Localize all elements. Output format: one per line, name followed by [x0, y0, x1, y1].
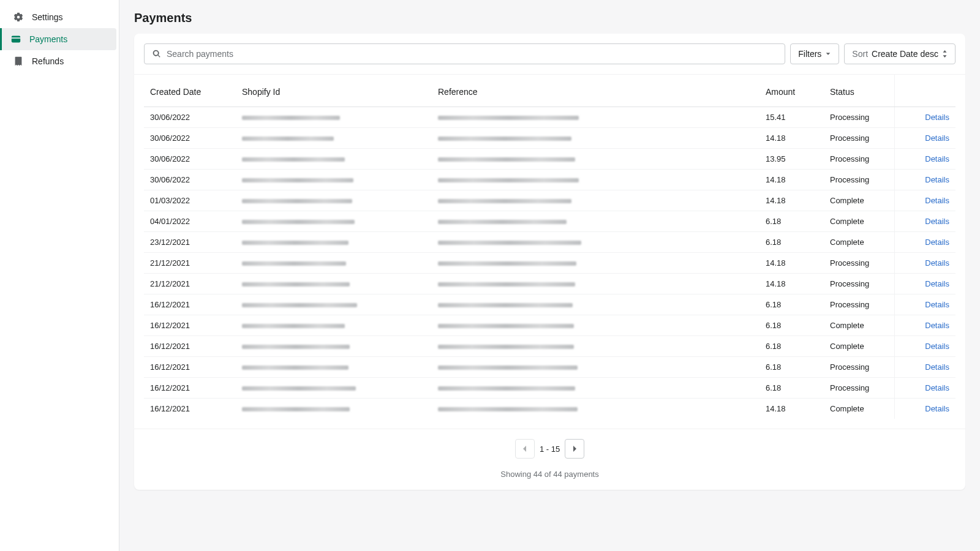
- table-row: 16/12/20216.18ProcessingDetails: [144, 294, 956, 315]
- details-link[interactable]: Details: [925, 133, 949, 143]
- cell-date: 30/06/2022: [144, 170, 236, 190]
- details-link[interactable]: Details: [925, 300, 949, 309]
- cell-amount: 14.18: [760, 128, 824, 149]
- details-link[interactable]: Details: [925, 342, 949, 351]
- cell-reference: [432, 274, 760, 294]
- cell-amount: 13.95: [760, 149, 824, 170]
- col-amount[interactable]: Amount: [760, 75, 824, 107]
- cell-shopify-id: [236, 399, 432, 419]
- sort-caret-icon: [942, 50, 948, 58]
- cell-shopify-id: [236, 336, 432, 357]
- cell-status: Processing: [824, 170, 894, 190]
- cell-shopify-id: [236, 274, 432, 294]
- col-created-date[interactable]: Created Date: [144, 75, 236, 107]
- table-row: 21/12/202114.18ProcessingDetails: [144, 274, 956, 294]
- col-reference[interactable]: Reference: [432, 75, 760, 107]
- cell-date: 30/06/2022: [144, 128, 236, 149]
- details-link[interactable]: Details: [925, 175, 949, 184]
- table-row: 16/12/20216.18CompleteDetails: [144, 315, 956, 336]
- cell-status: Complete: [824, 211, 894, 232]
- details-link[interactable]: Details: [925, 113, 949, 122]
- sort-value: Create Date desc: [872, 49, 938, 59]
- cell-reference: [432, 128, 760, 149]
- cell-shopify-id: [236, 315, 432, 336]
- caret-down-icon: [825, 51, 831, 57]
- cell-status: Complete: [824, 190, 894, 211]
- search-input[interactable]: [144, 43, 785, 64]
- table-row: 16/12/20216.18ProcessingDetails: [144, 357, 956, 378]
- table-row: 04/01/20226.18CompleteDetails: [144, 211, 956, 232]
- cell-reference: [432, 211, 760, 232]
- main-content: Payments Filters Sort Create Date desc: [119, 0, 980, 551]
- cell-date: 21/12/2021: [144, 253, 236, 274]
- cell-status: Processing: [824, 107, 894, 128]
- cell-date: 16/12/2021: [144, 357, 236, 378]
- cell-reference: [432, 399, 760, 419]
- table-row: 01/03/202214.18CompleteDetails: [144, 190, 956, 211]
- cell-amount: 14.18: [760, 170, 824, 190]
- details-link[interactable]: Details: [925, 404, 949, 413]
- details-link[interactable]: Details: [925, 154, 949, 163]
- cell-date: 16/12/2021: [144, 336, 236, 357]
- prev-page-button[interactable]: [515, 439, 535, 459]
- cell-reference: [432, 336, 760, 357]
- cell-status: Complete: [824, 232, 894, 253]
- cell-date: 16/12/2021: [144, 294, 236, 315]
- cell-status: Processing: [824, 274, 894, 294]
- cell-reference: [432, 253, 760, 274]
- details-link[interactable]: Details: [925, 238, 949, 247]
- pagination-summary: Showing 44 of 44 payments: [134, 463, 965, 490]
- filters-button[interactable]: Filters: [790, 43, 839, 64]
- cell-date: 16/12/2021: [144, 399, 236, 419]
- details-link[interactable]: Details: [925, 279, 949, 288]
- cell-shopify-id: [236, 211, 432, 232]
- next-page-button[interactable]: [565, 439, 584, 459]
- cell-reference: [432, 170, 760, 190]
- cell-amount: 15.41: [760, 107, 824, 128]
- cell-amount: 6.18: [760, 211, 824, 232]
- sidebar-item-label: Refunds: [32, 56, 64, 66]
- cell-date: 01/03/2022: [144, 190, 236, 211]
- cell-reference: [432, 357, 760, 378]
- cell-status: Complete: [824, 315, 894, 336]
- details-link[interactable]: Details: [925, 321, 949, 330]
- sidebar-item-settings[interactable]: Settings: [2, 6, 116, 28]
- cell-amount: 6.18: [760, 315, 824, 336]
- cell-shopify-id: [236, 190, 432, 211]
- details-link[interactable]: Details: [925, 196, 949, 205]
- sidebar-item-payments[interactable]: Payments: [0, 28, 116, 50]
- cell-amount: 14.18: [760, 253, 824, 274]
- col-shopify-id[interactable]: Shopify Id: [236, 75, 432, 107]
- details-link[interactable]: Details: [925, 217, 949, 226]
- cell-shopify-id: [236, 253, 432, 274]
- sidebar-item-refunds[interactable]: Refunds: [2, 50, 116, 72]
- sort-button[interactable]: Sort Create Date desc: [844, 43, 956, 64]
- receipt-icon: [12, 55, 24, 67]
- sort-label: Sort: [852, 49, 868, 59]
- page-range: 1 - 15: [540, 444, 560, 454]
- col-status[interactable]: Status: [824, 75, 894, 107]
- details-link[interactable]: Details: [925, 362, 949, 372]
- cell-date: 21/12/2021: [144, 274, 236, 294]
- chevron-right-icon: [571, 445, 578, 452]
- filters-label: Filters: [798, 49, 821, 59]
- cell-shopify-id: [236, 107, 432, 128]
- sidebar-item-label: Settings: [32, 12, 63, 22]
- table-header: Created Date Shopify Id Reference Amount…: [144, 75, 956, 107]
- cell-amount: 6.18: [760, 357, 824, 378]
- cell-status: Processing: [824, 294, 894, 315]
- cell-reference: [432, 107, 760, 128]
- cell-reference: [432, 294, 760, 315]
- card-icon: [10, 33, 22, 45]
- details-link[interactable]: Details: [925, 383, 949, 392]
- sidebar-item-label: Payments: [29, 34, 67, 44]
- cell-shopify-id: [236, 170, 432, 190]
- cell-date: 30/06/2022: [144, 107, 236, 128]
- cell-amount: 14.18: [760, 190, 824, 211]
- cell-amount: 14.18: [760, 274, 824, 294]
- cell-date: 16/12/2021: [144, 315, 236, 336]
- cell-date: 16/12/2021: [144, 378, 236, 399]
- details-link[interactable]: Details: [925, 258, 949, 268]
- table-row: 21/12/202114.18ProcessingDetails: [144, 253, 956, 274]
- cell-shopify-id: [236, 294, 432, 315]
